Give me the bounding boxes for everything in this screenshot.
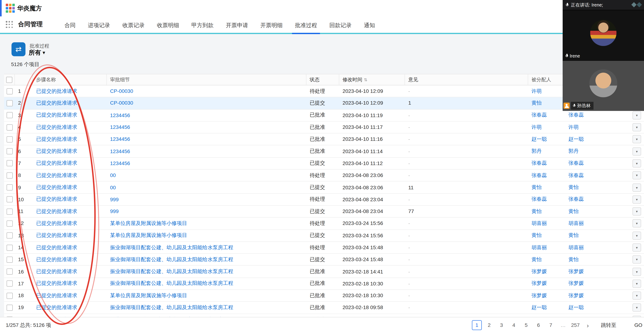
step-name-link[interactable]: 已提交的批准请求: [36, 172, 77, 179]
column-header-assignee[interactable]: 被分配人: [528, 74, 564, 85]
page-button[interactable]: 3: [496, 320, 506, 330]
table-row[interactable]: 11已提交的批准请求999已提交2023-04-08 23:0477黄怡黄怡▾: [4, 206, 644, 218]
column-header-status[interactable]: 状态: [306, 74, 339, 85]
assignee2-link[interactable]: 张梦媛: [568, 292, 584, 299]
select-all-checkbox[interactable]: [6, 76, 12, 83]
assignee-link[interactable]: 许萌: [532, 124, 542, 131]
row-checkbox[interactable]: [6, 88, 12, 94]
assignee-link[interactable]: 张春蕊: [532, 112, 547, 119]
row-actions-dropdown[interactable]: ▾: [632, 135, 641, 143]
approval-detail-link[interactable]: 振业御湖项目配套公建、幼儿园及太阳能给水泵房工程: [110, 244, 234, 251]
row-actions-dropdown[interactable]: ▾: [632, 111, 641, 119]
row-checkbox[interactable]: [6, 124, 12, 130]
assignee-link[interactable]: 张春蕊: [532, 172, 547, 179]
step-name-link[interactable]: 已提交的批准请求: [36, 292, 77, 299]
column-header-detail[interactable]: 审批细节: [107, 74, 306, 85]
table-row[interactable]: 17已提交的批准请求振业御湖项目配套公建、幼儿园及太阳能给水泵房工程已批准202…: [4, 278, 644, 290]
assignee2-link[interactable]: 许萌: [568, 124, 579, 131]
row-checkbox[interactable]: [6, 232, 12, 239]
row-checkbox[interactable]: [6, 100, 12, 106]
nav-tab[interactable]: 甲方到款: [185, 16, 220, 34]
row-actions-dropdown[interactable]: ▾: [632, 219, 641, 228]
assignee2-link[interactable]: 张春蕊: [568, 160, 584, 167]
assignee-link[interactable]: 黄怡: [532, 100, 542, 107]
step-name-link[interactable]: 已提交的批准请求: [36, 232, 77, 239]
approval-detail-link[interactable]: CP-00030: [110, 88, 133, 94]
row-actions-dropdown[interactable]: ▾: [632, 280, 641, 288]
row-actions-dropdown[interactable]: ▾: [632, 243, 641, 252]
approval-detail-link[interactable]: 某单位房屋及附属设施等小修项目: [110, 220, 187, 227]
assignee2-link[interactable]: 胡喜丽: [568, 244, 584, 251]
assignee2-link[interactable]: 赵一聪: [568, 136, 584, 143]
step-name-link[interactable]: 已提交的批准请求: [36, 256, 77, 263]
row-actions-dropdown[interactable]: ▾: [632, 292, 641, 300]
row-checkbox[interactable]: [6, 136, 12, 142]
sort-icon[interactable]: ⇅: [364, 77, 367, 82]
approval-detail-link[interactable]: 00: [110, 172, 116, 178]
approval-detail-link[interactable]: 某单位房屋及附属设施等小修项目: [110, 232, 187, 239]
nav-tab[interactable]: 收票记录: [116, 16, 151, 34]
assignee-link[interactable]: 黄怡: [532, 208, 542, 215]
row-checkbox[interactable]: [6, 305, 12, 311]
approval-detail-link[interactable]: 振业御湖项目配套公建、幼儿园及太阳能给水泵房工程: [110, 304, 234, 311]
approval-detail-link[interactable]: 00: [110, 185, 116, 190]
row-actions-dropdown[interactable]: ▾: [632, 232, 641, 240]
approval-detail-link[interactable]: 999: [110, 209, 118, 214]
nav-tab[interactable]: 收票明细: [151, 16, 186, 34]
step-name-link[interactable]: 已提交的批准请求: [36, 220, 77, 227]
nav-tab[interactable]: 回款记录: [323, 16, 358, 34]
row-checkbox[interactable]: [6, 257, 12, 263]
row-checkbox[interactable]: [6, 148, 12, 154]
assignee2-link[interactable]: 赵一聪: [568, 304, 584, 311]
assignee2-link[interactable]: 张梦媛: [568, 268, 584, 275]
row-checkbox[interactable]: [6, 160, 12, 166]
next-page-button[interactable]: ›: [583, 320, 592, 330]
assignee-link[interactable]: 黄怡: [532, 184, 542, 191]
nav-tab[interactable]: 开票申请: [220, 16, 254, 34]
table-row[interactable]: 9已提交的批准请求00已提交2023-04-08 23:0611黄怡黄怡▾: [4, 182, 644, 194]
table-row[interactable]: 5已提交的批准请求1234456已批准2023-04-10 11:16-赵一聪赵…: [4, 134, 644, 145]
row-checkbox[interactable]: [6, 245, 12, 251]
approval-detail-link[interactable]: 振业御湖项目配套公建、幼儿园及太阳能给水泵房工程: [110, 268, 234, 275]
assignee-link[interactable]: 胡喜丽: [532, 220, 547, 227]
assignee-link[interactable]: 张梦媛: [532, 292, 547, 299]
row-actions-dropdown[interactable]: ▾: [632, 195, 641, 203]
page-button[interactable]: 2: [484, 320, 494, 330]
row-actions-dropdown[interactable]: ▾: [632, 207, 641, 216]
row-checkbox[interactable]: [6, 209, 12, 215]
row-actions-dropdown[interactable]: ▾: [632, 304, 641, 312]
page-button[interactable]: 257: [570, 320, 580, 330]
assignee-link[interactable]: 赵一聪: [532, 304, 547, 311]
approval-detail-link[interactable]: 1234456: [110, 161, 130, 166]
step-name-link[interactable]: 已提交的批准请求: [36, 148, 77, 155]
assignee-link[interactable]: 张春蕊: [532, 160, 547, 167]
approval-detail-link[interactable]: 某单位房屋及附属设施等小修项目: [110, 292, 187, 299]
row-checkbox[interactable]: [6, 293, 12, 299]
assignee2-link[interactable]: 黄怡: [568, 184, 579, 191]
column-header-modified[interactable]: 修改时间 ⇅: [339, 74, 405, 85]
table-row[interactable]: 10已提交的批准请求999待处理2023-04-08 23:04-张春蕊张春蕊▾: [4, 194, 644, 206]
row-actions-dropdown[interactable]: ▾: [632, 268, 641, 276]
step-name-link[interactable]: 已提交的批准请求: [36, 100, 77, 107]
approval-detail-link[interactable]: 1234456: [110, 112, 130, 118]
approval-detail-link[interactable]: 999: [110, 197, 118, 202]
approval-detail-link[interactable]: 振业御湖项目配套公建、幼儿园及太阳能给水泵房工程: [110, 256, 234, 263]
approval-detail-link[interactable]: 1234456: [110, 136, 130, 142]
assignee2-link[interactable]: 张春蕊: [568, 196, 584, 203]
assignee2-link[interactable]: 张春蕊: [568, 112, 584, 119]
approval-detail-link[interactable]: 1234456: [110, 124, 130, 130]
step-name-link[interactable]: 已提交的批准请求: [36, 244, 77, 251]
table-row[interactable]: 3已提交的批准请求1234456已批准2023-04-10 11:19-张春蕊张…: [4, 109, 644, 121]
assignee-link[interactable]: 郭丹: [532, 148, 542, 155]
page-button[interactable]: 7: [546, 320, 556, 330]
step-name-link[interactable]: 已提交的批准请求: [36, 124, 77, 131]
nav-tab[interactable]: 通知: [358, 16, 381, 34]
step-name-link[interactable]: 已提交的批准请求: [36, 160, 77, 167]
page-button[interactable]: 4: [509, 320, 519, 330]
row-checkbox[interactable]: [6, 196, 12, 203]
table-row[interactable]: 18已提交的批准请求某单位房屋及附属设施等小修项目已批准2023-02-18 1…: [4, 290, 644, 302]
assignee2-link[interactable]: 黄怡: [568, 232, 579, 239]
column-header-step[interactable]: 步骤名称: [33, 74, 107, 85]
table-row[interactable]: 7已提交的批准请求1234456已提交2023-04-10 11:12-张春蕊张…: [4, 158, 644, 170]
row-checkbox[interactable]: [6, 172, 12, 178]
